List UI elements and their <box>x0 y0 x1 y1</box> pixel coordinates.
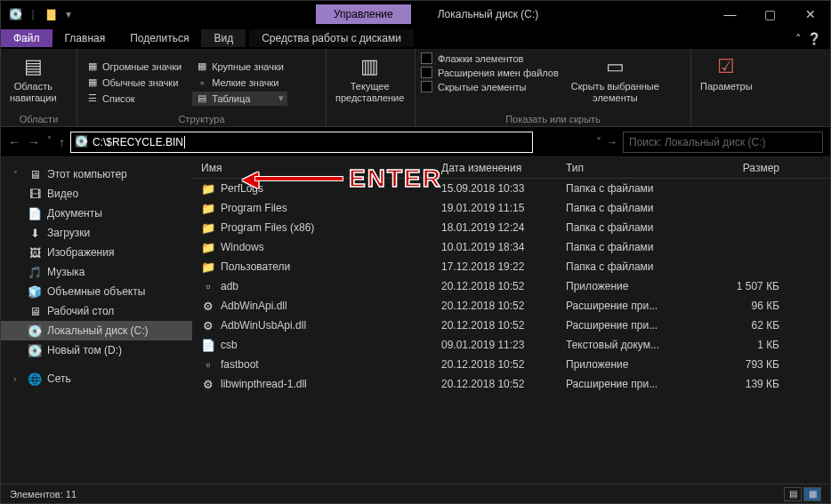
layout-large-icons[interactable]: ▦Крупные значки <box>192 60 287 74</box>
tab-file[interactable]: Файл <box>1 29 52 47</box>
hide-selected-button[interactable]: ▭Скрыть выбранные элементы <box>568 52 663 106</box>
file-type: Папка с файлами <box>566 241 708 253</box>
file-size: 62 КБ <box>708 319 797 332</box>
tree-item[interactable]: 🧊Объемные объекты <box>1 282 192 301</box>
maximize-button[interactable]: ▢ <box>750 1 790 28</box>
tree-item[interactable]: 🎵Музыка <box>1 262 192 282</box>
file-date: 20.12.2018 10:52 <box>441 319 566 332</box>
file-row[interactable]: ⚙AdbWinUsbApi.dll20.12.2018 10:52Расшире… <box>192 316 830 335</box>
address-bar[interactable]: 💽 C:\$RECYCLE.BIN <box>70 132 533 153</box>
address-dropdown-icon[interactable]: ˅ <box>596 136 601 148</box>
file-date: 20.12.2018 10:52 <box>441 378 566 390</box>
column-date[interactable]: Дата изменения <box>441 162 566 174</box>
file-row[interactable]: 📁Program Files (x86)18.01.2019 12:24Папк… <box>192 218 830 237</box>
navigation-pane-button[interactable]: ▤Область навигации <box>6 52 61 106</box>
drive-icon: 💽 <box>75 135 89 149</box>
minimize-button[interactable]: — <box>710 1 750 28</box>
column-headers: Имя Дата изменения Тип Размер <box>192 157 830 179</box>
up-button[interactable]: ↑ <box>59 135 65 149</box>
checkbox-filename-extensions[interactable]: Расширения имен файлов <box>421 67 559 78</box>
navigation-pane: ˅🖥Этот компьютер 🎞Видео📄Документы⬇Загруз… <box>1 157 192 484</box>
file-date: 09.01.2019 11:23 <box>441 339 566 351</box>
folder-icon: 📁 <box>201 201 215 215</box>
layout-details[interactable]: ▤Таблица▾ <box>192 92 287 106</box>
tree-item-label: Музыка <box>47 266 85 278</box>
tree-item-label: Видео <box>47 188 78 200</box>
tree-item-label: Изображения <box>47 246 114 259</box>
view-large-icon[interactable]: ▦ <box>803 487 821 501</box>
file-row[interactable]: ▫fastboot20.12.2018 10:52Приложение793 К… <box>192 355 830 374</box>
layout-small-icons[interactable]: ▫Мелкие значки <box>192 76 287 90</box>
file-icon: ▫ <box>201 357 215 372</box>
search-input[interactable]: Поиск: Локальный диск (C:) <box>623 132 823 153</box>
file-date: 19.01.2019 11:15 <box>441 202 566 214</box>
tree-network[interactable]: ›🌐Сеть <box>1 369 192 388</box>
close-button[interactable]: ✕ <box>790 1 830 28</box>
checkbox-hidden-items[interactable]: Скрытые элементы <box>421 81 559 92</box>
file-date: 20.12.2018 10:52 <box>441 280 566 292</box>
back-button[interactable]: ← <box>8 135 20 149</box>
file-type: Папка с файлами <box>566 202 708 214</box>
tree-item[interactable]: 💽Новый том (D:) <box>1 340 192 360</box>
checkbox-item-checkboxes[interactable]: Флажки элементов <box>421 52 559 64</box>
tree-item[interactable]: 🎞Видео <box>1 184 192 204</box>
tab-home[interactable]: Главная <box>52 29 118 47</box>
group-label-options <box>697 123 766 124</box>
tree-item[interactable]: 🖼Изображения <box>1 243 192 262</box>
layout-list[interactable]: ☰Список <box>83 92 185 106</box>
column-name[interactable]: Имя <box>201 162 441 174</box>
file-row[interactable]: ⚙libwinpthread-1.dll20.12.2018 10:52Расш… <box>192 374 830 394</box>
file-row[interactable]: 📁Windows10.01.2019 18:34Папка с файлами <box>192 237 830 257</box>
window-controls: — ▢ ✕ <box>710 1 830 28</box>
qat-dropdown-icon[interactable]: ▾ <box>61 7 76 21</box>
tree-item[interactable]: 📄Документы <box>1 204 192 223</box>
tree-item[interactable]: ⬇Загрузки <box>1 223 192 243</box>
file-size: 96 КБ <box>708 300 797 312</box>
navigation-bar: ← → ˅ ↑ 💽 C:\$RECYCLE.BIN ˅ → Поиск: Лок… <box>1 127 830 157</box>
column-type[interactable]: Тип <box>566 162 708 174</box>
options-button[interactable]: ☑Параметры <box>697 52 756 94</box>
tab-share[interactable]: Поделиться <box>117 29 201 47</box>
file-date: 15.09.2018 10:33 <box>441 182 566 195</box>
file-row[interactable]: 📁Пользователи17.12.2018 19:22Папка с фай… <box>192 257 830 276</box>
quick-access-toolbar: 💽 | ▇ ▾ <box>1 7 76 21</box>
file-name: adb <box>221 280 238 292</box>
folder-icon: ▇ <box>44 7 58 21</box>
file-row[interactable]: ⚙AdbWinApi.dll20.12.2018 10:52Расширение… <box>192 296 830 316</box>
go-button[interactable]: → <box>607 136 617 148</box>
file-row[interactable]: 📁PerfLogs15.09.2018 10:33Папка с файлами <box>192 179 830 198</box>
tree-this-pc[interactable]: ˅🖥Этот компьютер <box>1 164 192 184</box>
help-icon[interactable]: ❔ <box>807 32 821 45</box>
file-date: 17.12.2018 19:22 <box>441 260 566 273</box>
file-name: csb <box>221 339 238 351</box>
ribbon-collapse-icon[interactable]: ˄ <box>795 32 802 45</box>
file-name: Program Files <box>221 202 287 214</box>
tree-item[interactable]: 🖥Рабочий стол <box>1 301 192 321</box>
layout-huge-icons[interactable]: ▦Огромные значки <box>83 60 185 74</box>
history-dropdown-icon[interactable]: ˅ <box>47 135 52 149</box>
tree-item-icon: 💽 <box>28 324 42 338</box>
file-row[interactable]: ▫adb20.12.2018 10:52Приложение1 507 КБ <box>192 276 830 296</box>
tree-item-label: Рабочий стол <box>47 305 114 317</box>
tab-view[interactable]: Вид <box>201 29 246 47</box>
layout-medium-icons[interactable]: ▦Обычные значки <box>83 76 185 90</box>
view-details-icon[interactable]: ▤ <box>784 487 802 501</box>
explorer-window: 💽 | ▇ ▾ Управление Локальный диск (C:) —… <box>0 0 831 504</box>
tree-item-icon: 💽 <box>28 343 42 357</box>
column-size[interactable]: Размер <box>708 162 797 174</box>
folder-icon: 📁 <box>201 220 215 235</box>
context-tab-manage[interactable]: Управление <box>316 4 411 24</box>
file-size: 139 КБ <box>708 378 797 390</box>
file-list: 📁PerfLogs15.09.2018 10:33Папка с файлами… <box>192 179 830 484</box>
tab-drive-tools[interactable]: Средства работы с дисками <box>249 29 414 47</box>
file-row[interactable]: 📁Program Files19.01.2019 11:15Папка с фа… <box>192 198 830 218</box>
file-row[interactable]: 📄csb09.01.2019 11:23Текстовый докум...1 … <box>192 335 830 355</box>
tree-item[interactable]: 💽Локальный диск (C:) <box>1 321 192 340</box>
status-bar: Элементов: 11 ▤ ▦ <box>1 484 830 503</box>
file-type: Приложение <box>566 280 708 292</box>
forward-button[interactable]: → <box>28 135 40 149</box>
current-view-button[interactable]: ▥Текущее представление <box>332 52 407 106</box>
file-type: Папка с файлами <box>566 260 708 273</box>
file-type: Приложение <box>566 358 708 371</box>
file-name: fastboot <box>221 358 259 371</box>
